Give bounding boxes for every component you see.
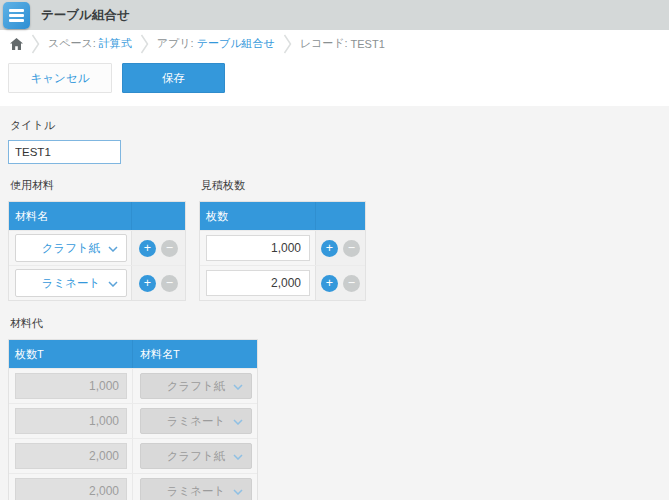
breadcrumb-space: スペース: 計算式 bbox=[48, 36, 132, 51]
material-select-value: クラフト紙 bbox=[42, 241, 101, 256]
quantity-actions-header-cell bbox=[315, 202, 365, 230]
chevron-down-icon bbox=[233, 419, 243, 425]
breadcrumb-app: アプリ: テーブル組合せ bbox=[157, 36, 275, 51]
cost-material-header-cell: 材料名T bbox=[132, 340, 257, 368]
breadcrumb-separator-icon bbox=[140, 34, 149, 54]
quantity-table-label: 見積枚数 bbox=[201, 178, 366, 193]
chevron-down-icon bbox=[108, 246, 118, 252]
cost-material-value: クラフト紙 bbox=[167, 449, 226, 464]
remove-row-button[interactable]: − bbox=[343, 240, 360, 257]
breadcrumb-app-prefix: アプリ: bbox=[157, 36, 194, 51]
table-row: ラミネート bbox=[9, 473, 257, 500]
save-button[interactable]: 保存 bbox=[122, 63, 225, 93]
home-icon[interactable] bbox=[10, 38, 23, 50]
top-bar: テーブル組合せ bbox=[0, 0, 669, 30]
breadcrumb-record-value: TEST1 bbox=[351, 38, 385, 50]
add-row-button[interactable]: + bbox=[321, 240, 338, 257]
materials-group: 使用材料 材料名 クラフト紙 bbox=[8, 178, 186, 301]
table-row: ラミネート bbox=[9, 403, 257, 438]
material-select-value: ラミネート bbox=[42, 276, 101, 291]
subtables-row: 使用材料 材料名 クラフト紙 bbox=[8, 178, 661, 301]
breadcrumb-space-prefix: スペース: bbox=[48, 36, 96, 51]
quantity-table: 枚数 + − + bbox=[199, 201, 366, 301]
materials-table: 材料名 クラフト紙 + − bbox=[8, 201, 186, 301]
material-select[interactable]: クラフト紙 bbox=[15, 234, 127, 262]
material-select[interactable]: ラミネート bbox=[15, 269, 127, 297]
chevron-down-icon bbox=[233, 454, 243, 460]
quantity-input[interactable] bbox=[206, 235, 310, 261]
table-row: クラフト紙 bbox=[9, 438, 257, 473]
cost-qty-readonly-input bbox=[15, 408, 127, 434]
remove-row-button[interactable]: − bbox=[161, 240, 178, 257]
cost-material-value: クラフト紙 bbox=[167, 379, 226, 394]
app-title: テーブル組合せ bbox=[41, 7, 130, 24]
list-glyph-icon bbox=[9, 9, 24, 22]
cost-qty-readonly-input bbox=[15, 443, 127, 469]
breadcrumb-separator-icon bbox=[31, 34, 40, 54]
breadcrumb-record: レコード: TEST1 bbox=[300, 36, 385, 51]
table-row: + − bbox=[200, 230, 365, 265]
quantity-table-header: 枚数 bbox=[200, 202, 365, 230]
cost-group: 材料代 枚数T 材料名T クラフト紙 bbox=[8, 316, 661, 500]
cost-table-header: 枚数T 材料名T bbox=[9, 340, 257, 368]
record-edit-form: タイトル 使用材料 材料名 クラフト紙 bbox=[0, 106, 669, 500]
quantity-group: 見積枚数 枚数 + − bbox=[199, 178, 366, 301]
quantity-header-cell: 枚数 bbox=[200, 202, 315, 230]
chevron-down-icon bbox=[233, 489, 243, 495]
materials-table-header: 材料名 bbox=[9, 202, 185, 230]
cost-material-value: ラミネート bbox=[167, 414, 226, 429]
cost-qty-readonly-input bbox=[15, 478, 127, 500]
materials-header-cell: 材料名 bbox=[9, 202, 131, 230]
add-row-button[interactable]: + bbox=[321, 275, 338, 292]
breadcrumb-space-link[interactable]: 計算式 bbox=[99, 36, 132, 51]
cost-table: 枚数T 材料名T クラフト紙 bbox=[8, 339, 258, 500]
action-bar: キャンセル 保存 bbox=[0, 57, 669, 106]
title-field-label: タイトル bbox=[10, 118, 661, 133]
quantity-input[interactable] bbox=[206, 270, 310, 296]
chevron-down-icon bbox=[233, 384, 243, 390]
materials-table-label: 使用材料 bbox=[10, 178, 186, 193]
materials-actions-header-cell bbox=[131, 202, 185, 230]
breadcrumb-record-prefix: レコード: bbox=[300, 36, 348, 51]
table-row: + − bbox=[200, 265, 365, 300]
cost-qty-header-cell: 枚数T bbox=[9, 340, 132, 368]
cost-material-readonly-select: ラミネート bbox=[140, 478, 252, 500]
table-row: クラフト紙 bbox=[9, 368, 257, 403]
chevron-down-icon bbox=[108, 281, 118, 287]
cost-material-readonly-select: クラフト紙 bbox=[140, 443, 252, 469]
add-row-button[interactable]: + bbox=[139, 275, 156, 292]
cost-qty-readonly-input bbox=[15, 373, 127, 399]
cost-material-readonly-select: ラミネート bbox=[140, 408, 252, 434]
app-list-icon[interactable] bbox=[3, 2, 30, 29]
cost-material-value: ラミネート bbox=[167, 484, 226, 499]
remove-row-button[interactable]: − bbox=[161, 275, 178, 292]
breadcrumb: スペース: 計算式 アプリ: テーブル組合せ レコード: TEST1 bbox=[0, 30, 669, 57]
title-input[interactable] bbox=[8, 140, 121, 164]
table-row: ラミネート + − bbox=[9, 265, 185, 300]
remove-row-button[interactable]: − bbox=[343, 275, 360, 292]
cost-material-readonly-select: クラフト紙 bbox=[140, 373, 252, 399]
cost-table-label: 材料代 bbox=[10, 316, 661, 331]
breadcrumb-app-link[interactable]: テーブル組合せ bbox=[197, 36, 275, 51]
table-row: クラフト紙 + − bbox=[9, 230, 185, 265]
add-row-button[interactable]: + bbox=[139, 240, 156, 257]
cancel-button[interactable]: キャンセル bbox=[8, 63, 112, 93]
breadcrumb-separator-icon bbox=[283, 34, 292, 54]
